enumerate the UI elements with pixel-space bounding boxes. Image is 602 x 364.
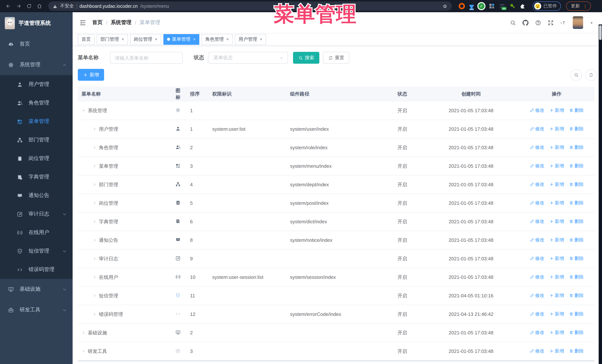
avatar-caret-down-icon[interactable] bbox=[589, 19, 594, 26]
tab-menu[interactable]: 菜单管理× bbox=[163, 34, 199, 45]
expand-row-icon[interactable] bbox=[82, 331, 86, 335]
delete-row-button[interactable]: 删除 bbox=[569, 218, 584, 225]
search-button[interactable]: 搜索 bbox=[293, 52, 319, 64]
user-avatar[interactable] bbox=[573, 16, 583, 29]
sidebar-item-auditlog[interactable]: 审计日志 bbox=[0, 205, 73, 223]
breadcrumb-home[interactable]: 首页 bbox=[92, 19, 103, 26]
expand-row-icon[interactable] bbox=[93, 164, 97, 168]
edit-row-button[interactable]: 修改 bbox=[530, 181, 544, 188]
edit-row-button[interactable]: 修改 bbox=[530, 348, 544, 354]
add-child-row-button[interactable]: 新增 bbox=[549, 256, 564, 262]
delete-row-button[interactable]: 删除 bbox=[569, 126, 584, 132]
edit-row-button[interactable]: 修改 bbox=[530, 218, 544, 225]
edit-row-button[interactable]: 修改 bbox=[530, 274, 544, 280]
edit-row-button[interactable]: 修改 bbox=[530, 237, 544, 243]
github-icon[interactable] bbox=[522, 19, 529, 26]
help-question-icon[interactable] bbox=[535, 19, 541, 26]
browser-home-icon[interactable] bbox=[35, 2, 44, 10]
edit-row-button[interactable]: 修改 bbox=[530, 163, 544, 169]
extension-green-check-icon[interactable]: ✓ bbox=[478, 3, 484, 9]
expand-row-icon[interactable] bbox=[93, 183, 97, 187]
bookmark-star-icon[interactable] bbox=[442, 3, 448, 9]
add-child-row-button[interactable]: 新增 bbox=[549, 311, 564, 317]
extension-puzzle-icon[interactable] bbox=[520, 3, 526, 9]
expand-row-icon[interactable] bbox=[82, 349, 86, 353]
add-child-row-button[interactable]: 新增 bbox=[549, 107, 564, 114]
sidebar-item-errorcode[interactable]: 错误码管理 bbox=[0, 260, 73, 279]
address-bar[interactable]: 不安全 dashboard.yudao.iocoder.cn/system/me… bbox=[48, 1, 452, 11]
page-scrollbar-track[interactable] bbox=[599, 24, 602, 364]
fullscreen-icon[interactable] bbox=[548, 19, 554, 26]
sidebar-item-user[interactable]: 用户管理 bbox=[0, 75, 73, 94]
expand-row-icon[interactable] bbox=[93, 294, 97, 298]
add-child-row-button[interactable]: 新增 bbox=[549, 237, 564, 243]
close-icon[interactable]: × bbox=[260, 37, 262, 42]
close-icon[interactable]: × bbox=[226, 37, 229, 42]
sidebar-item-role[interactable]: 角色管理 bbox=[0, 94, 73, 112]
expand-row-icon[interactable] bbox=[93, 127, 97, 131]
reset-button[interactable]: 重置 bbox=[323, 52, 349, 64]
collapse-row-icon[interactable] bbox=[82, 108, 86, 113]
browser-reload-icon[interactable] bbox=[24, 2, 33, 10]
tab-home[interactable]: 首页 bbox=[78, 34, 95, 45]
delete-row-button[interactable]: 删除 bbox=[569, 311, 584, 317]
edit-row-button[interactable]: 修改 bbox=[530, 107, 544, 114]
sidebar-item-post[interactable]: 岗位管理 bbox=[0, 149, 73, 168]
delete-row-button[interactable]: 删除 bbox=[569, 237, 584, 243]
edit-row-button[interactable]: 修改 bbox=[530, 256, 544, 262]
add-child-row-button[interactable]: 新增 bbox=[549, 126, 564, 132]
add-child-row-button[interactable]: 新增 bbox=[549, 274, 564, 280]
browser-profile-chip[interactable]: 已暂停 bbox=[533, 1, 561, 11]
sidebar-item-devtools[interactable]: 研发工具 bbox=[0, 300, 73, 320]
edit-row-button[interactable]: 修改 bbox=[530, 200, 544, 206]
browser-back-icon[interactable] bbox=[4, 2, 13, 10]
add-child-row-button[interactable]: 新增 bbox=[549, 200, 564, 206]
sidebar-item-menu[interactable]: 菜单管理 bbox=[0, 112, 73, 131]
delete-row-button[interactable]: 删除 bbox=[569, 256, 584, 262]
extension-tabs-icon[interactable]: on bbox=[499, 3, 505, 9]
expand-row-icon[interactable] bbox=[93, 219, 97, 224]
add-menu-button[interactable]: 新增 bbox=[78, 69, 104, 81]
app-logo-row[interactable]: 芋道管理系统 bbox=[0, 12, 73, 34]
toggle-search-button[interactable] bbox=[570, 69, 582, 81]
delete-row-button[interactable]: 删除 bbox=[569, 200, 584, 206]
expand-row-icon[interactable] bbox=[93, 257, 97, 261]
extension-key-icon[interactable] bbox=[509, 3, 516, 9]
close-icon[interactable]: × bbox=[155, 37, 157, 42]
expand-row-icon[interactable] bbox=[93, 201, 97, 205]
sidebar-item-sms[interactable]: 短信管理 bbox=[0, 242, 73, 260]
sidebar-item-dept[interactable]: 部门管理 bbox=[0, 131, 73, 149]
add-child-row-button[interactable]: 新增 bbox=[549, 330, 564, 336]
close-icon[interactable]: × bbox=[121, 37, 124, 42]
table-horizontal-scrollbar[interactable] bbox=[78, 360, 595, 361]
edit-row-button[interactable]: 修改 bbox=[530, 311, 544, 317]
expand-row-icon[interactable] bbox=[93, 238, 97, 242]
tab-role[interactable]: 角色管理× bbox=[202, 34, 233, 45]
sidebar-item-infra[interactable]: 基础设施 bbox=[0, 279, 73, 300]
extension-blue-gem-icon[interactable] bbox=[469, 5, 474, 9]
status-select[interactable]: 菜单状态 bbox=[209, 52, 288, 64]
sidebar-item-dict[interactable]: 字典管理 bbox=[0, 168, 73, 186]
sidebar-fold-icon[interactable] bbox=[79, 19, 86, 26]
delete-row-button[interactable]: 删除 bbox=[569, 145, 584, 151]
add-child-row-button[interactable]: 新增 bbox=[549, 218, 564, 225]
close-icon[interactable]: × bbox=[193, 37, 196, 42]
page-scrollbar-thumb[interactable] bbox=[599, 25, 602, 40]
browser-menu-dots-icon[interactable] bbox=[583, 3, 588, 9]
edit-row-button[interactable]: 修改 bbox=[530, 330, 544, 336]
add-child-row-button[interactable]: 新增 bbox=[549, 163, 564, 169]
refresh-table-button[interactable] bbox=[585, 69, 597, 81]
font-size-icon[interactable]: tT bbox=[560, 19, 566, 26]
tab-dept[interactable]: 部门管理× bbox=[97, 34, 128, 45]
delete-row-button[interactable]: 删除 bbox=[569, 292, 584, 299]
sidebar-item-notice[interactable]: 通知公告 bbox=[0, 186, 73, 205]
tab-user[interactable]: 用户管理× bbox=[235, 34, 266, 45]
delete-row-button[interactable]: 删除 bbox=[569, 107, 584, 114]
delete-row-button[interactable]: 删除 bbox=[569, 181, 584, 188]
sidebar-item-home[interactable]: 首页 bbox=[0, 34, 73, 54]
breadcrumb-system[interactable]: 系统管理 bbox=[111, 19, 131, 26]
add-child-row-button[interactable]: 新增 bbox=[549, 292, 564, 299]
expand-row-icon[interactable] bbox=[93, 146, 97, 150]
edit-row-button[interactable]: 修改 bbox=[530, 292, 544, 299]
menu-name-input[interactable] bbox=[110, 52, 183, 64]
